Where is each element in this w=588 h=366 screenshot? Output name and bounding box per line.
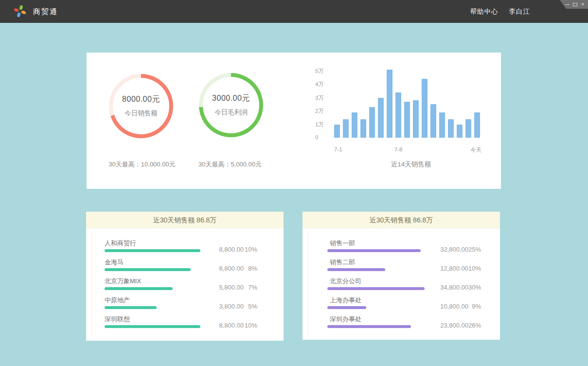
daily-bar	[474, 112, 480, 138]
rank-row-percent: 30%	[468, 284, 481, 291]
rank-row-value: 5,800.00	[195, 284, 244, 291]
window-controls: ✕	[560, 0, 588, 9]
rank-row-bar	[327, 287, 425, 290]
rank-row: 中原地产3,800.005%	[86, 296, 284, 315]
rank-row-bar	[105, 306, 157, 309]
rank-row: 上海办事处10,800.009%	[303, 296, 500, 315]
rank-row-percent: 25%	[468, 246, 481, 253]
app-title: 商贸通	[33, 0, 58, 23]
chart-caption: 近14天销售额	[338, 160, 484, 169]
daily-bar	[430, 104, 436, 138]
x-tick-first: 7-1	[334, 146, 342, 152]
rank-row-value: 12,800.00	[420, 265, 468, 272]
app-logo-icon	[14, 5, 26, 18]
rank-row: 北京分公司34,800.0030%	[303, 277, 500, 296]
y-axis-label: 5万	[315, 68, 335, 75]
rank-row-bar	[105, 268, 191, 271]
daily-bar	[448, 119, 454, 138]
x-tick-last: 今天	[457, 146, 481, 154]
daily-bar	[334, 125, 340, 138]
rank-row: 金海马6,800.008%	[86, 258, 284, 277]
today-sales-ring-center: 8000.00元 今日销售额	[113, 78, 169, 134]
rank-row: 销售二部12,800.0010%	[303, 258, 500, 277]
rank-row-value: 34,800.00	[420, 284, 468, 291]
today-sales-ring: 8000.00元 今日销售额	[109, 74, 173, 138]
today-sales-value: 8000.00元	[122, 94, 160, 105]
daily-bar	[404, 102, 410, 138]
rank-row-bar	[327, 249, 421, 252]
rank-row: 深圳办事处23,800.0026%	[303, 315, 500, 334]
rank-row: 深圳联想8,800.0010%	[86, 315, 284, 334]
rank-row-label: 深圳联想	[105, 315, 130, 324]
daily-bar	[439, 112, 445, 138]
rank-row-label: 深圳办事处	[330, 315, 361, 324]
rank-row-percent: 10%	[468, 265, 481, 272]
daily-bar	[422, 79, 428, 138]
daily-bar	[395, 92, 401, 138]
rank-row-percent: 8%	[245, 265, 257, 272]
rank-row-label: 销售二部	[330, 258, 355, 267]
today-profit-ring-center: 3000.00元 今日毛利润	[203, 77, 259, 133]
daily-bar	[352, 112, 357, 138]
rank-row: 销售一部32,800.0025%	[303, 239, 500, 258]
rank-row-label: 金海马	[105, 258, 124, 267]
daily-bar	[465, 119, 471, 138]
close-icon[interactable]: ✕	[581, 2, 585, 7]
rank-row-label: 销售一部	[330, 239, 355, 248]
rank-row-label: 北京分公司	[330, 277, 361, 286]
rank-row-bar	[105, 249, 200, 252]
rank-row-percent: 26%	[468, 322, 481, 329]
daily-bar	[343, 119, 349, 138]
rank-row-bar	[327, 325, 411, 328]
rank-row-label: 上海办事处	[330, 296, 361, 305]
rank-row: 人和商贸行8,800.0010%	[86, 239, 284, 258]
daily-bar	[378, 98, 384, 138]
today-sales-label: 今日销售额	[125, 109, 158, 118]
rank-card-departments-title: 近30天销售额 86.8万	[303, 212, 500, 228]
rank-row-bar	[327, 306, 366, 309]
rank-row: 北京万象MIX5,800.007%	[86, 277, 284, 296]
overview-card: 8000.00元 今日销售额 30天最高：10,000.00元 3000.00元…	[87, 53, 501, 189]
rank-row-percent: 7%	[245, 284, 257, 291]
daily-bar	[387, 70, 392, 138]
daily-bars	[334, 67, 481, 138]
rank-row-value: 8,800.00	[195, 322, 244, 329]
nav-help-center[interactable]: 帮助中心	[470, 7, 499, 16]
rank-row-label: 中原地产	[105, 296, 130, 305]
rank-row-value: 6,800.00	[195, 265, 244, 272]
y-axis-label: 3万	[315, 94, 335, 102]
rank-row-percent: 9%	[468, 303, 481, 310]
titlebar: 商贸通 帮助中心 李白江 ✕	[0, 0, 588, 23]
today-profit-value: 3000.00元	[212, 93, 250, 104]
sales-30d-max: 30天最高：10,000.00元	[93, 160, 191, 169]
rank-row-value: 8,800.00	[195, 246, 244, 253]
minimize-icon[interactable]	[565, 4, 570, 5]
maximize-icon[interactable]	[573, 3, 577, 6]
rank-row-percent: 5%	[245, 303, 257, 310]
rank-row-value: 10,800.00	[420, 303, 468, 310]
rank-card-customers-title: 近30天销售额 86.8万	[86, 212, 284, 228]
y-axis-label: 2万	[315, 108, 335, 115]
today-profit-label: 今日毛利润	[214, 108, 248, 117]
daily-bar	[369, 107, 375, 138]
y-axis-label: 1万	[315, 121, 335, 128]
rank-row-value: 3,800.00	[195, 303, 244, 310]
daily-bar	[413, 100, 419, 138]
daily-bar	[457, 125, 463, 138]
rank-row-bar	[105, 325, 200, 328]
y-axis-label: 4万	[315, 81, 335, 88]
rank-row-bar	[105, 287, 173, 290]
profit-30d-max: 30天最高：5,000.00元	[181, 160, 279, 169]
x-tick-middle: 7-8	[391, 146, 406, 152]
titlebar-nav: 帮助中心 李白江	[470, 0, 531, 23]
rank-row-label: 人和商贸行	[105, 239, 136, 248]
rank-row-bar	[327, 268, 385, 271]
nav-user[interactable]: 李白江	[509, 7, 531, 16]
daily-bar	[360, 119, 366, 138]
rank-card-departments: 近30天销售额 86.8万 销售一部32,800.0025%销售二部12,800…	[303, 212, 500, 340]
rank-row-value: 23,800.00	[420, 322, 468, 329]
rank-row-label: 北京万象MIX	[105, 277, 141, 286]
rank-row-value: 32,800.00	[420, 246, 468, 253]
today-profit-ring: 3000.00元 今日毛利润	[199, 73, 263, 137]
y-axis-label: 0	[315, 134, 335, 140]
